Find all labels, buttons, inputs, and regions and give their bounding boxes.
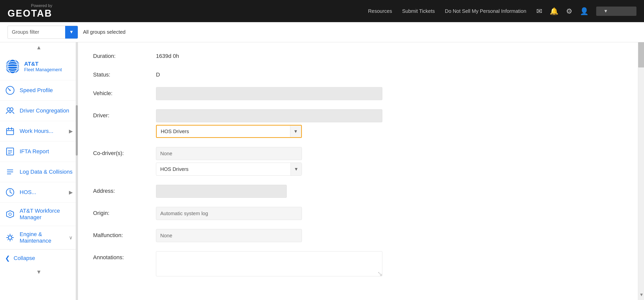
duration-value: 1639d 0h (156, 50, 629, 59)
top-nav-icon-group: ✉ 🔔 ⚙ 👤 ▼ (536, 7, 636, 16)
geotab-brand: GEOTAB (8, 8, 52, 19)
att-workforce-label: AT&T Workforce Manager (20, 208, 73, 221)
sidebar: ▲ AT&T Fleet Management (0, 42, 78, 300)
form-row-annotations: Annotations: ⤡ (93, 251, 629, 277)
form-row-malfunction: Malfunction: None (93, 229, 629, 242)
sidebar-item-engine-maintenance[interactable]: Engine & Maintenance ∨ (0, 226, 78, 249)
sidebar-item-hos[interactable]: HOS... ▶ (0, 182, 78, 203)
content-scrollbar[interactable]: ▼ (638, 42, 644, 300)
log-data-icon (5, 167, 15, 177)
vehicle-input[interactable] (156, 87, 382, 100)
log-data-label: Log Data & Collisions (20, 169, 73, 175)
status-label: Status: (93, 68, 148, 78)
co-driver-group-dropdown[interactable]: HOS Drivers ▼ (156, 163, 302, 176)
form-row-address: Address: (93, 185, 629, 198)
form-row-status: Status: D (93, 68, 629, 78)
speed-profile-icon (5, 85, 15, 95)
driver-group-label: HOS Drivers (157, 129, 290, 134)
content-scrollbar-thumb (638, 42, 644, 67)
driver-input-group: HOS Drivers ▼ (156, 109, 382, 138)
hos-label: HOS... (20, 189, 64, 196)
engine-maintenance-icon (5, 233, 15, 243)
origin-value: Automatic system log (156, 207, 302, 220)
content-scroll-down-icon[interactable]: ▼ (639, 292, 644, 297)
sidebar-scrollbar[interactable] (76, 42, 78, 300)
svg-rect-9 (7, 129, 14, 135)
status-value: D (156, 68, 629, 78)
svg-point-7 (7, 108, 10, 111)
address-label: Address: (93, 185, 148, 194)
ifta-report-label: IFTA Report (20, 148, 73, 155)
duration-label: Duration: (93, 50, 148, 59)
user-dropdown[interactable]: ▼ (596, 7, 636, 16)
driver-input[interactable] (156, 109, 382, 122)
content-area: Duration: 1639d 0h Status: D Vehicle: Dr… (78, 42, 644, 300)
sidebar-item-work-hours[interactable]: Work Hours... ▶ (0, 121, 78, 141)
annotations-label: Annotations: (93, 251, 148, 261)
svg-point-6 (10, 90, 11, 91)
driver-congregation-label: Driver Congregation (20, 107, 73, 114)
svg-point-8 (10, 108, 13, 111)
co-driver-label: Co-driver(s): (93, 147, 148, 157)
sidebar-item-speed-profile[interactable]: Speed Profile (0, 80, 78, 101)
co-driver-group-arrow-icon[interactable]: ▼ (291, 163, 302, 175)
mail-icon[interactable]: ✉ (536, 7, 542, 15)
sidebar-item-ifta-report[interactable]: IFTA Report (0, 141, 78, 162)
work-hours-label: Work Hours... (20, 128, 64, 134)
resources-link[interactable]: Resources (368, 8, 392, 14)
groups-filter-dropdown[interactable]: Groups filter ▼ (8, 26, 78, 39)
speed-profile-label: Speed Profile (20, 87, 73, 94)
sidebar-scroll-down[interactable]: ▼ (0, 267, 78, 277)
address-input[interactable] (156, 185, 287, 198)
driver-congregation-icon (5, 106, 15, 116)
sidebar-item-driver-congregation[interactable]: Driver Congregation (0, 101, 78, 121)
form-row-co-driver: Co-driver(s): None HOS Drivers ▼ (93, 147, 629, 176)
annotations-wrapper: ⤡ (156, 251, 382, 277)
sidebar-logo-area: AT&T Fleet Management (0, 53, 78, 80)
all-groups-text: All groups selected (83, 29, 126, 35)
top-nav-right: Resources Submit Tickets Do Not Sell My … (368, 7, 636, 16)
hos-icon (5, 187, 15, 197)
driver-group-dropdown[interactable]: HOS Drivers ▼ (156, 125, 302, 138)
svg-rect-13 (7, 148, 14, 155)
collapse-chevron-icon: ❮ (5, 255, 10, 262)
driver-group-arrow-icon[interactable]: ▼ (290, 126, 301, 137)
driver-label: Driver: (93, 109, 148, 119)
work-hours-chevron-icon: ▶ (69, 128, 73, 134)
svg-line-22 (10, 192, 12, 193)
co-driver-group-label: HOS Drivers (156, 166, 291, 172)
att-workforce-icon (5, 209, 15, 219)
att-logo-icon (5, 59, 20, 74)
gear-icon[interactable]: ⚙ (566, 7, 572, 15)
engine-maintenance-chevron-icon: ∨ (69, 235, 73, 241)
do-not-sell-link[interactable]: Do Not Sell My Personal Information (445, 8, 526, 14)
svg-point-23 (9, 213, 11, 215)
form-row-driver: Driver: HOS Drivers ▼ (93, 109, 629, 138)
vehicle-label: Vehicle: (93, 87, 148, 97)
work-hours-icon (5, 126, 15, 136)
sidebar-item-log-data-collisions[interactable]: Log Data & Collisions (0, 162, 78, 182)
top-nav-links: Resources Submit Tickets Do Not Sell My … (368, 8, 526, 14)
sidebar-scroll-up[interactable]: ▲ (0, 42, 78, 53)
user-icon[interactable]: 👤 (580, 7, 589, 15)
sidebar-item-att-workforce[interactable]: AT&T Workforce Manager (0, 203, 78, 226)
fleet-management-text: Fleet Management (24, 67, 62, 72)
collapse-label: Collapse (14, 255, 35, 261)
annotations-textarea[interactable] (156, 251, 382, 276)
main-layout: ▲ AT&T Fleet Management (0, 42, 644, 300)
ifta-report-icon (5, 146, 15, 157)
co-driver-value: None (156, 147, 302, 160)
submit-tickets-link[interactable]: Submit Tickets (402, 8, 435, 14)
malfunction-label: Malfunction: (93, 229, 148, 239)
form-row-duration: Duration: 1639d 0h (93, 50, 629, 59)
user-dropdown-chevron-icon: ▼ (603, 9, 608, 14)
bell-icon[interactable]: 🔔 (550, 7, 558, 15)
groups-filter-arrow-icon[interactable]: ▼ (65, 26, 78, 39)
att-brand-text: AT&T (24, 61, 62, 67)
form-row-vehicle: Vehicle: (93, 87, 629, 100)
filter-bar: Groups filter ▼ All groups selected (0, 22, 644, 42)
resize-handle-icon: ⤡ (378, 271, 381, 276)
top-navigation: Powered by GEOTAB Resources Submit Ticke… (0, 0, 644, 22)
sidebar-collapse-button[interactable]: ❮ Collapse (0, 249, 78, 267)
co-driver-input-group: None HOS Drivers ▼ (156, 147, 302, 176)
